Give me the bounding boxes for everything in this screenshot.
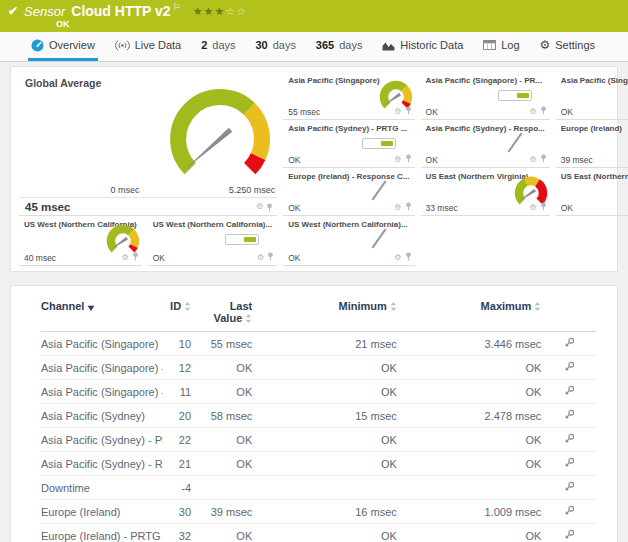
cell-max: OK	[397, 380, 542, 404]
channel-tile[interactable]: US East (Northern Virginia)33 msec⚙	[421, 169, 550, 216]
tab-label: Settings	[555, 39, 595, 51]
tab-365-days[interactable]: 365days	[313, 32, 366, 61]
column-header-id[interactable]: ID	[163, 296, 191, 332]
tile-value: 40 msec	[24, 253, 56, 263]
channel-tile[interactable]: US West (Northern California)...OK⚙	[148, 217, 277, 266]
cell-channel: Asia Pacific (Sydney) - Re...	[41, 452, 163, 476]
table-row: Downtime-4	[41, 476, 597, 500]
gear-icon[interactable]: ⚙	[122, 254, 129, 262]
pin-icon[interactable]	[540, 154, 547, 165]
tile-value: OK	[426, 155, 438, 165]
sort-icon	[390, 301, 397, 313]
column-header-settings	[541, 296, 597, 332]
priority-stars[interactable]: ★★★☆☆	[193, 5, 247, 18]
sensor-status-banner: ✔ Sensor Cloud HTTP v2 ⚐ ★★★☆☆ OK	[0, 0, 628, 32]
table-row: Europe (Ireland) - PRTG Cl...32OKOKOK	[41, 524, 597, 542]
column-header-max[interactable]: Maximum	[397, 296, 542, 332]
table-row: Asia Pacific (Sydney)2058 msec15 msec2.4…	[41, 404, 597, 428]
chart-icon	[382, 40, 395, 51]
tab-30-days[interactable]: 30days	[252, 32, 299, 61]
status-bar-indicator	[421, 83, 550, 106]
star-icon: ★	[193, 5, 204, 17]
channel-tile[interactable]: US West (Northern California)...OK⚙	[283, 217, 414, 266]
status-check-icon: ✔	[8, 4, 18, 18]
gear-icon[interactable]: ⚙	[256, 203, 263, 211]
log-icon	[483, 40, 496, 50]
cell-min: OK	[252, 524, 397, 542]
gear-icon[interactable]: ⚙	[394, 254, 401, 262]
sensor-status-text: OK	[56, 19, 70, 29]
channel-settings-icon[interactable]	[564, 434, 575, 446]
pin-icon[interactable]	[267, 252, 274, 263]
pin-icon[interactable]	[405, 154, 412, 165]
tile-value: 39 msec	[561, 155, 593, 165]
column-header-last[interactable]: LastValue	[191, 296, 252, 332]
gear-icon[interactable]: ⚙	[530, 108, 537, 116]
channel-table-panel: ChannelIDLastValueMinimumMaximum Asia Pa…	[10, 285, 618, 542]
table-row: Asia Pacific (Sydney) - Re...21OKOKOK	[41, 452, 597, 476]
cell-channel: Asia Pacific (Singapore) - ...	[41, 380, 163, 404]
gear-icon[interactable]: ⚙	[394, 204, 401, 212]
pin-icon[interactable]	[405, 252, 412, 263]
tab-label: Historic Data	[400, 39, 463, 51]
tab-settings[interactable]: ⚙Settings	[536, 32, 598, 61]
cell-min: OK	[252, 428, 397, 452]
channel-tile[interactable]: US East (Northern Virginia) - ...OK⚙	[556, 169, 628, 216]
tab-number: 2	[201, 39, 207, 51]
channel-settings-icon[interactable]	[564, 410, 575, 422]
pin-icon[interactable]	[540, 106, 547, 117]
tab-log[interactable]: Log	[480, 32, 522, 61]
needle-indicator	[283, 227, 414, 252]
overview-panel: Global Average 0 msec 5.250 msec 45 msec…	[10, 66, 618, 272]
channel-tile[interactable]: Asia Pacific (Singapore) - Res...OK⚙	[556, 73, 628, 120]
gear-icon[interactable]: ⚙	[530, 156, 537, 164]
pin-icon[interactable]	[540, 202, 547, 213]
channel-settings-icon[interactable]	[564, 362, 575, 374]
star-icon: ★	[204, 5, 215, 17]
star-icon: ☆	[225, 5, 236, 17]
channel-settings-icon[interactable]	[564, 482, 575, 494]
sort-icon	[245, 313, 252, 325]
channel-tile[interactable]: Asia Pacific (Sydney) - Respo...OK⚙	[421, 121, 550, 168]
channel-tile[interactable]: Asia Pacific (Singapore) - PR...OK⚙	[421, 73, 550, 120]
channel-settings-icon[interactable]	[564, 530, 575, 542]
tab-label: days	[212, 39, 235, 51]
channel-tile[interactable]: Asia Pacific (Sydney) - PRTG ...OK⚙	[283, 121, 414, 168]
channel-settings-icon[interactable]	[564, 338, 575, 350]
tab-2-days[interactable]: 2days	[198, 32, 238, 61]
needle-indicator	[556, 83, 628, 106]
tab-live-data[interactable]: Live Data	[112, 32, 184, 61]
channel-tile[interactable]: Asia Pacific (Singapore)55 msec⚙	[283, 73, 414, 120]
cell-last: 55 msec	[191, 332, 252, 356]
tile-global-average[interactable]: Global Average 0 msec 5.250 msec 45 msec…	[19, 73, 277, 216]
tab-overview[interactable]: Overview	[28, 32, 98, 61]
cell-channel: Asia Pacific (Singapore)	[41, 332, 163, 356]
channel-settings-icon[interactable]	[564, 458, 575, 470]
column-header-min[interactable]: Minimum	[252, 296, 397, 332]
channel-settings-icon[interactable]	[564, 386, 575, 398]
flag-icon[interactable]: ⚐	[173, 2, 181, 12]
cell-max: OK	[397, 452, 542, 476]
pin-icon[interactable]	[405, 202, 412, 213]
cell-last: OK	[191, 356, 252, 380]
tab-number: 30	[255, 39, 267, 51]
gear-icon[interactable]: ⚙	[394, 108, 401, 116]
gear-icon[interactable]: ⚙	[257, 254, 264, 262]
pin-icon[interactable]	[266, 198, 273, 216]
cell-channel: Asia Pacific (Sydney) - PR...	[41, 428, 163, 452]
column-header-channel[interactable]: Channel	[41, 296, 163, 332]
channel-tile[interactable]: US West (Northern California)40 msec⚙	[19, 217, 142, 266]
gear-icon[interactable]: ⚙	[394, 156, 401, 164]
channel-tile[interactable]: Europe (Ireland)39 msec⚙	[556, 121, 628, 168]
gear-icon[interactable]: ⚙	[530, 204, 537, 212]
channel-settings-icon[interactable]	[564, 506, 575, 518]
cell-min: 16 msec	[252, 500, 397, 524]
channel-tile[interactable]: Europe (Ireland) - Response C...OK⚙	[283, 169, 414, 216]
sort-desc-icon	[87, 301, 95, 313]
tab-historic-data[interactable]: Historic Data	[379, 32, 466, 61]
tab-label: days	[339, 39, 362, 51]
cell-channel: Asia Pacific (Singapore) - ...	[41, 356, 163, 380]
pin-icon[interactable]	[405, 106, 412, 117]
pin-icon[interactable]	[132, 252, 139, 263]
cell-last: OK	[191, 428, 252, 452]
